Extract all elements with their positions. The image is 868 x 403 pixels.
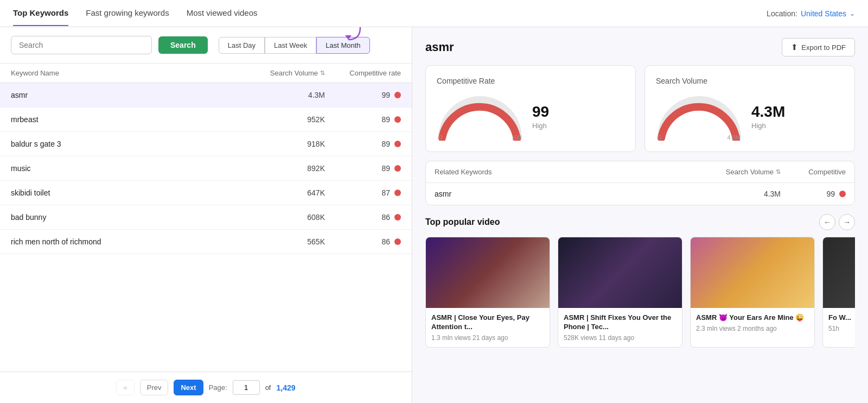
nav-tab-most-viewed[interactable]: Most viewed videos [187, 1, 258, 26]
comp-dot [394, 190, 401, 196]
row-keyword-name: skibidi toilet [11, 188, 238, 197]
gauge-max-vol: 4.3M [727, 134, 741, 141]
table-row[interactable]: asmr 4.3M 99 [0, 83, 412, 108]
video-prev-button[interactable]: ← [819, 214, 835, 230]
table-header: Keyword Name Search Volume ⇅ Competitive… [0, 64, 412, 83]
related-keyword-name: asmr [435, 190, 694, 198]
table-row[interactable]: baldur s gate 3 918K 89 [0, 132, 412, 156]
rel-comp-dot [839, 191, 846, 197]
row-volume: 608K [238, 213, 325, 222]
nav-tabs: Top Keywords Fast growing keywords Most … [13, 1, 767, 26]
row-volume: 918K [238, 140, 325, 148]
comp-dot [394, 238, 401, 245]
next-button[interactable]: Next [174, 380, 203, 395]
row-keyword-name: mrbeast [11, 115, 238, 124]
video-card[interactable]: ASMR | Shift Fixes You Over the Phone | … [558, 237, 682, 348]
video-title: ASMR | Shift Fixes You Over the Phone | … [564, 313, 676, 332]
page-of-label: of [265, 383, 271, 392]
table-row[interactable]: music 892K 89 [0, 156, 412, 181]
gauge-min-vol: 0 [658, 134, 661, 141]
video-meta: 2.3 mln views 2 months ago [696, 325, 809, 332]
row-comp: 89 [325, 140, 401, 148]
nav-tab-fast-growing[interactable]: Fast growing keywords [86, 1, 169, 26]
col-header-name: Keyword Name [11, 69, 238, 77]
rel-col-volume[interactable]: Search Volume ⇅ [694, 168, 781, 176]
search-button[interactable]: Search [158, 36, 208, 54]
video-card[interactable]: ASMR 😈 Your Ears Are Mine 😜 2.3 mln view… [690, 237, 815, 348]
first-page-button[interactable]: « [116, 380, 134, 395]
gauge-value-vol: 4.3M High [751, 103, 785, 130]
video-info: ASMR 😈 Your Ears Are Mine 😜 2.3 mln view… [691, 308, 814, 338]
video-info: Fo W... 51h [823, 308, 855, 338]
row-volume: 4.3M [238, 91, 325, 99]
filter-last-day[interactable]: Last Day [219, 37, 265, 54]
right-panel: asmr ⬆ Export to PDF Competitive Rate [412, 27, 868, 403]
table-row[interactable]: rich men north of richmond 565K 86 [0, 230, 412, 254]
table-row[interactable]: mrbeast 952K 89 [0, 108, 412, 132]
col-header-comp: Competitive rate [325, 69, 401, 77]
related-header: Related Keywords Search Volume ⇅ Competi… [426, 161, 854, 183]
row-comp: 99 [325, 91, 401, 99]
left-panel: Search Last Day Last Week Last Month Key… [0, 27, 412, 403]
rel-sort-icon: ⇅ [776, 168, 781, 175]
top-nav: Top Keywords Fast growing keywords Most … [0, 0, 868, 27]
nav-tab-top-keywords[interactable]: Top Keywords [13, 1, 68, 26]
video-title: Fo W... [828, 313, 855, 323]
page-total: 1,429 [276, 383, 295, 392]
metrics-row: Competitive Rate 0 100 [425, 65, 855, 152]
video-thumbnail [823, 237, 855, 308]
search-input-wrap [11, 36, 152, 54]
table-row[interactable]: bad bunny 608K 86 [0, 205, 412, 230]
video-card[interactable]: Fo W... 51h [822, 237, 855, 348]
related-keywords-section: Related Keywords Search Volume ⇅ Competi… [425, 161, 855, 205]
related-keyword-volume: 4.3M [694, 190, 781, 198]
export-pdf-button[interactable]: ⬆ Export to PDF [782, 38, 855, 56]
row-comp: 89 [325, 164, 401, 173]
comp-dot [394, 141, 401, 147]
videos-title: Top popular video [425, 217, 500, 227]
search-input[interactable] [11, 36, 152, 54]
rel-col-comp: Competitive [781, 168, 846, 176]
keyword-title: asmr [425, 40, 454, 54]
comp-dot [394, 165, 401, 172]
col-header-volume[interactable]: Search Volume ⇅ [238, 69, 325, 77]
row-keyword-name: music [11, 164, 238, 173]
videos-section: Top popular video ← → ASMR | Close Your … [425, 214, 855, 348]
video-meta: 528K views 11 days ago [564, 334, 676, 342]
page-input[interactable] [233, 380, 260, 395]
search-vol-title: Search Volume [656, 77, 844, 85]
video-meta: 1.3 mln views 21 days ago [431, 334, 544, 342]
row-comp: 86 [325, 237, 401, 246]
row-keyword-name: asmr [11, 91, 238, 99]
export-icon: ⬆ [791, 42, 798, 52]
gauge-svg-comp: 0 100 [437, 92, 524, 141]
gauge-wrap-vol: 0 4.3M 4.3M High [656, 92, 844, 141]
rel-col-name: Related Keywords [435, 168, 694, 176]
video-title: ASMR | Close Your Eyes, Pay Attention t.… [431, 313, 544, 332]
gauge-min-comp: 0 [439, 134, 442, 141]
right-header: asmr ⬆ Export to PDF [425, 38, 855, 56]
related-keyword-comp: 99 [781, 190, 846, 198]
row-volume: 647K [238, 188, 325, 197]
filter-last-week[interactable]: Last Week [265, 37, 316, 54]
video-thumbnail [691, 237, 814, 308]
comp-rate-title: Competitive Rate [437, 77, 624, 85]
table-row[interactable]: skibidi toilet 647K 87 [0, 181, 412, 205]
search-vol-value: 4.3M [751, 103, 785, 121]
row-keyword-name: bad bunny [11, 213, 238, 222]
page-label: Page: [209, 383, 227, 392]
videos-header: Top popular video ← → [425, 214, 855, 230]
search-vol-label: High [751, 122, 785, 130]
location-value[interactable]: United States [801, 9, 846, 18]
video-card[interactable]: ASMR | Close Your Eyes, Pay Attention t.… [425, 237, 550, 348]
gauge-value-comp: 99 High [532, 103, 549, 130]
row-keyword-name: rich men north of richmond [11, 237, 238, 246]
sort-volume-icon: ⇅ [320, 70, 325, 77]
video-next-button[interactable]: → [839, 214, 855, 230]
related-row[interactable]: asmr 4.3M 99 [426, 183, 854, 205]
gauge-svg-vol: 0 4.3M [656, 92, 743, 141]
comp-rate-value: 99 [532, 103, 549, 121]
video-nav: ← → [819, 214, 855, 230]
search-area: Search Last Day Last Week Last Month [0, 27, 412, 64]
prev-button[interactable]: Prev [140, 380, 169, 395]
